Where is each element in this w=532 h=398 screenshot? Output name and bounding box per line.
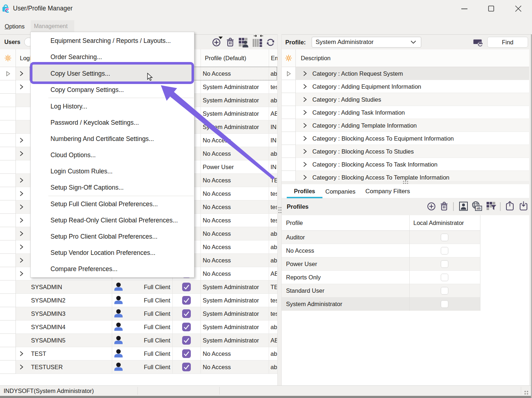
svg-text:ab: ab (476, 206, 480, 210)
